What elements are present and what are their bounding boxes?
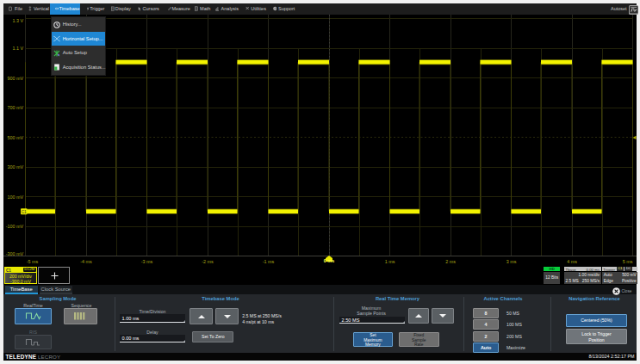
svg-text:700 mV: 700 mV — [7, 105, 23, 110]
svg-text:1.3 V: 1.3 V — [12, 18, 23, 23]
svg-text:C1: C1 — [21, 209, 26, 213]
svg-text:1.1 V: 1.1 V — [12, 46, 23, 51]
svg-text:300 mV: 300 mV — [7, 164, 23, 170]
svg-text:-300 mV: -300 mV — [5, 251, 23, 256]
svg-text:900 mV: 900 mV — [7, 76, 23, 81]
svg-text:500 mV: 500 mV — [7, 135, 23, 140]
svg-text:-100 mV: -100 mV — [5, 224, 23, 229]
svg-text:100 mV: 100 mV — [7, 194, 23, 200]
